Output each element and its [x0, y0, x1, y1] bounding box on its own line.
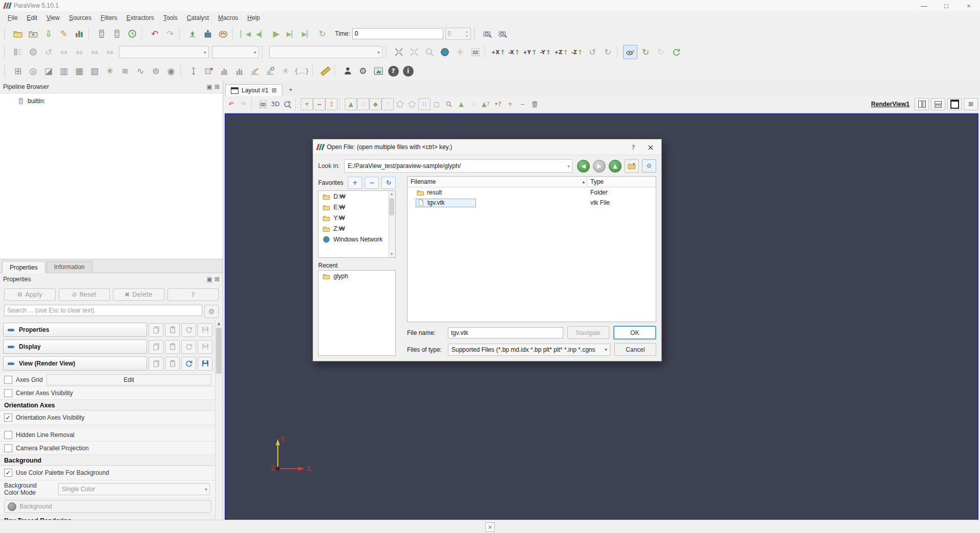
view-minus-x-button[interactable]: -X↑: [507, 45, 521, 59]
render-view-name[interactable]: RenderView1: [871, 101, 910, 108]
zoom-to-box-button[interactable]: [407, 45, 421, 59]
zoom-closest-to-data-button[interactable]: [496, 27, 510, 41]
representation-combo[interactable]: [269, 46, 383, 58]
dialog-help-button[interactable]: ?: [625, 141, 642, 153]
list-item-d-[interactable]: D:₩: [319, 191, 395, 202]
group-datasets-button[interactable]: ⊚: [149, 64, 163, 78]
time-input[interactable]: [352, 28, 443, 39]
menu-view[interactable]: View: [42, 12, 64, 23]
warp-by-vector-button[interactable]: ∿: [133, 64, 148, 78]
subtract-selection-button[interactable]: −: [313, 98, 325, 110]
camera-undo-button[interactable]: ↶: [225, 98, 237, 110]
background-color-mode-combo[interactable]: Single Color: [58, 483, 210, 495]
clip-filter-button[interactable]: ◪: [41, 64, 56, 78]
rescale-to-visible-button[interactable]: ⇔: [103, 45, 117, 59]
menu-tools[interactable]: Tools: [159, 12, 182, 23]
remove-favorite-button[interactable]: −: [365, 177, 379, 189]
query-points-button[interactable]: •?: [492, 98, 504, 110]
add-layout-tab[interactable]: +: [282, 84, 299, 96]
toolbar-drag-handle[interactable]: [474, 28, 478, 39]
camera-parallel-projection-checkbox[interactable]: [4, 444, 12, 452]
files-of-type-combo[interactable]: Supported Files (*.bp md.idx *.bp plt* p…: [448, 344, 610, 356]
toolbar-drag-handle[interactable]: [4, 65, 8, 77]
close-button[interactable]: ×: [958, 2, 980, 10]
extract-selection-button[interactable]: [202, 64, 216, 78]
reset-display-defaults-button[interactable]: [181, 340, 196, 354]
view-plus-y-button[interactable]: +Y↑: [522, 45, 538, 59]
view-minus-z-button[interactable]: -Z↑: [570, 45, 584, 59]
toggle-selection-button[interactable]: ↥: [325, 98, 338, 110]
zoom-annotation-button[interactable]: [281, 98, 294, 110]
adjust-camera-button[interactable]: [468, 45, 483, 59]
forward-button[interactable]: ▶: [593, 160, 606, 173]
zoom-to-data-button[interactable]: [481, 27, 495, 41]
reset-button[interactable]: ⊘Reset: [59, 288, 110, 301]
section-view-render-view[interactable]: View (Render View): [3, 356, 147, 371]
previous-frame-button[interactable]: ◀▏: [254, 27, 268, 41]
scroll-down-icon[interactable]: ▼: [389, 251, 395, 257]
undock-icon[interactable]: ▣: [207, 276, 212, 283]
copy-display-button[interactable]: [149, 340, 163, 354]
save-view-defaults-button[interactable]: [198, 357, 212, 371]
color-by-combo[interactable]: [119, 46, 209, 58]
select-points-through-button[interactable]: ∵: [381, 98, 394, 110]
menu-edit[interactable]: Edit: [22, 12, 42, 23]
tab-information[interactable]: Information: [46, 261, 92, 273]
navigate-button[interactable]: Navigate: [567, 326, 609, 339]
reset-defaults-button[interactable]: [181, 323, 196, 337]
interactive-select-cells-data-button[interactable]: ▲: [455, 98, 467, 110]
axes-grid-edit-button[interactable]: Edit: [46, 374, 211, 385]
list-item-e-[interactable]: E:₩: [319, 202, 395, 212]
scrollbar-thumb[interactable]: [216, 328, 222, 374]
play-button[interactable]: ▶: [269, 27, 283, 41]
next-frame-button[interactable]: ▶▏: [284, 27, 299, 41]
select-block-button[interactable]: ∷: [418, 98, 431, 110]
threshold-filter-button[interactable]: ▦: [72, 64, 86, 78]
axes-grid-checkbox[interactable]: [4, 376, 12, 384]
apply-button[interactable]: ⚙Apply: [4, 288, 56, 301]
hover-cells-button[interactable]: [443, 98, 455, 110]
pipeline-item-builtin[interactable]: builtin:: [0, 96, 223, 106]
last-frame-button[interactable]: ▶▏: [300, 27, 314, 41]
dialog-options-gear-icon[interactable]: ⚙: [642, 159, 656, 173]
background-color-button[interactable]: Background: [4, 500, 211, 513]
redo-button[interactable]: ↷: [163, 27, 177, 41]
list-item-windows-network[interactable]: Windows Network: [319, 234, 395, 245]
contour-filter-button[interactable]: ◎: [26, 64, 40, 78]
menu-catalyst[interactable]: Catalyst: [182, 12, 213, 23]
delete-button[interactable]: ✖Delete: [113, 288, 164, 301]
settings-button[interactable]: ⚙: [356, 64, 370, 78]
hidden-line-removal-checkbox[interactable]: [4, 431, 12, 439]
copy-view-button[interactable]: [149, 357, 163, 371]
save-display-defaults-button[interactable]: [198, 340, 212, 354]
properties-scrollbar[interactable]: ▲ ▼: [215, 320, 223, 526]
zoom-to-data-button-2[interactable]: [422, 45, 437, 59]
toggle-2d3d-button[interactable]: 3D: [269, 98, 281, 110]
add-favorite-button[interactable]: +: [348, 177, 362, 189]
search-input[interactable]: [4, 305, 202, 316]
close-view-button[interactable]: ⊠: [964, 98, 978, 110]
paste-view-button[interactable]: [165, 357, 180, 371]
calculator-filter-button[interactable]: ⊞: [11, 64, 25, 78]
maximize-view-button[interactable]: [947, 98, 962, 110]
rescale-over-time-button[interactable]: ⇔: [87, 45, 102, 59]
toolbar-drag-handle[interactable]: [4, 46, 8, 58]
select-points-on-button[interactable]: ∴: [357, 98, 369, 110]
camera-redo-button[interactable]: ↷: [237, 98, 250, 110]
favorites-scrollbar[interactable]: ▲ ▼: [388, 191, 395, 257]
layout-tab[interactable]: Layout #1 ⊠: [225, 84, 282, 96]
menu-filters[interactable]: Filters: [96, 12, 122, 23]
save-defaults-button[interactable]: [198, 323, 212, 337]
ruler-button[interactable]: [318, 64, 332, 78]
temporal-shift-button[interactable]: ✳: [278, 64, 293, 78]
rotate-90-cw-button[interactable]: ↻: [601, 45, 615, 59]
reset-session-button[interactable]: [125, 27, 139, 41]
ok-button[interactable]: OK: [613, 326, 656, 340]
abort-progress-button[interactable]: ×: [485, 522, 495, 532]
catalyst-connect-button[interactable]: [185, 27, 200, 41]
rotate-90-ccw-button[interactable]: ↺: [585, 45, 600, 59]
user-account-button[interactable]: [341, 64, 355, 78]
interactive-select-cells-button[interactable]: □: [431, 98, 443, 110]
refresh-favorites-button[interactable]: ↻: [381, 177, 396, 189]
catalyst-export-button[interactable]: [201, 27, 215, 41]
